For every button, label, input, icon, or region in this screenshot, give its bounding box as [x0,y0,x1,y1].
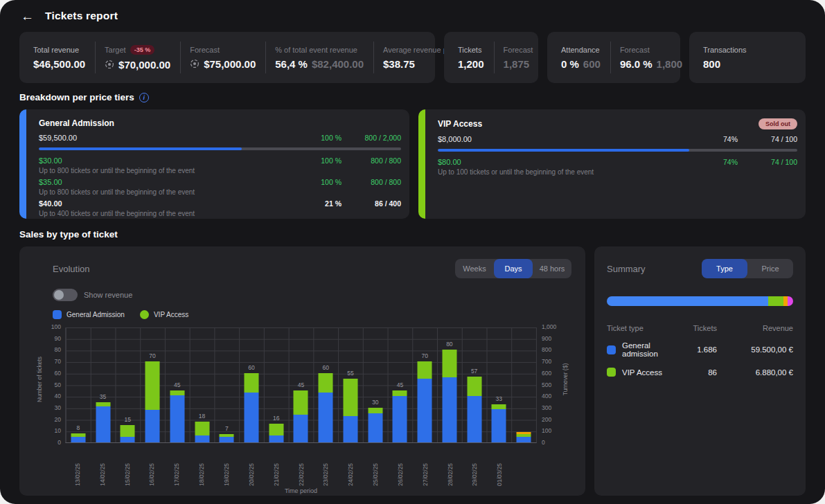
distribution-segment-other-2 [788,296,793,306]
bar-segment [319,393,333,442]
bar-segment [442,377,456,442]
header: ← Tickets report [0,0,825,32]
kpi-value: 1,200 [458,58,484,70]
y-tick-label: 100 [542,427,551,434]
tab-days[interactable]: Days [494,259,533,278]
bar-segment [121,437,135,442]
legend-swatch-green [140,310,149,319]
bar-value-label: 18 [190,413,215,420]
tier-total-count: 800 / 2,000 [341,134,401,142]
legend-swatch-blue [53,310,62,319]
sold-out-badge: Sold out [759,118,797,129]
tab-weeks[interactable]: Weeks [455,259,494,278]
revenue-kpi-card: Total revenue $46,500.00 Target -35 % $7… [19,32,435,83]
tab-price[interactable]: Price [747,259,793,278]
target-gauge-icon [105,60,114,69]
y-axis-title-text: Turnover ($) [562,355,569,404]
bar-value-label: 70 [412,352,437,359]
tier-progress-fill [39,147,242,150]
y-tick-label: 900 [542,335,551,342]
vip-access-card: VIP Access Sold out $8,000.00 74% 74 / 1… [418,109,806,219]
x-axis-label: 13/02/25 [65,443,90,486]
bar-segment [343,416,357,442]
y-tick-label: 50 [55,381,61,388]
bar-value-label: 8 [66,424,91,431]
kpi-value: 56,4 % $82,400.00 [275,58,364,70]
bar-value-label: 70 [140,352,165,359]
kpi-label: Total revenue [33,46,85,54]
bar-segment [442,350,456,377]
kpi-value: 96.0 % 1,800 [620,58,682,70]
x-axis-label: 29/02/25 [463,443,488,486]
bar-slot: 60 [239,328,264,442]
tier-price-row: $35.00100 %800 / 800Up to 800 tickets or… [39,178,401,196]
show-revenue-toggle[interactable] [53,289,78,301]
bar-slot: 70 [140,328,165,442]
arrow-left-icon: ← [21,9,34,24]
bar-slot: 16 [264,328,289,442]
summary-segmented-control: Type Price [702,259,793,278]
kpi-tickets: Tickets 1,200 [444,46,494,70]
x-axis-label: 28/02/25 [438,443,463,486]
bar-segment [418,361,432,379]
kpi-row: Total revenue $46,500.00 Target -35 % $7… [19,32,806,83]
kpi-value: $70,000.00 [105,59,170,71]
bar-slot: 55 [338,328,363,442]
tab-48-hours[interactable]: 48 hors [533,259,571,278]
bar-value-label: 57 [462,368,487,375]
y-axis-title-left: Number of tickets [35,327,44,494]
y-tick-label: 300 [542,404,551,411]
price-tiers-row: General Admission $59,500.00 100 % 800 /… [19,109,806,219]
summary-table: Ticket type Tickets Revenue General admi… [607,324,793,381]
bar-value-label: 55 [338,370,363,377]
bar-chart-plot: 8351570451876016456055304570805733 [65,327,537,443]
evolution-panel: Evolution Weeks Days 48 hors Show revenu… [19,246,585,496]
kpi-target: Target -35 % $70,000.00 [95,42,180,73]
bar-segment [269,424,283,435]
bar-slot: 18 [190,328,215,442]
target-delta-badge: -35 % [130,45,155,55]
x-axis-label: 16/02/25 [140,443,165,486]
y-tick-label: 20 [55,416,61,423]
tier-rows: $80.0074%74 / 100Up to 100 tickets or un… [438,158,797,176]
bar-segment [467,377,481,396]
forecast-pct: 96.0 % [620,58,653,70]
x-axis-label: 23/02/25 [313,443,338,486]
bar-chart: Number of tickets 0102030405060708090100… [35,327,571,494]
tier-progress-bar [438,149,797,152]
tab-type[interactable]: Type [702,259,747,278]
kpi-label: % of total event revenue [275,46,364,54]
back-button[interactable]: ← [21,10,34,23]
range-segmented-control: Weeks Days 48 hors [455,259,571,278]
x-axis-label: 15/02/25 [115,443,140,486]
info-icon[interactable]: i [139,93,149,102]
bar-segment [245,373,259,393]
bar-segment [71,437,85,442]
bar-slots: 8351570451876016456055304570805733 [66,328,536,442]
tickets-kpi-card: Tickets 1,200 Forecast 1,875 [444,32,538,83]
bar-slot: 30 [363,328,388,442]
legend-item-vip-access: VIP Access [140,310,188,319]
breakdown-section-title: Breakdown per price tiers i [19,92,806,102]
target-gauge-icon [190,59,199,69]
y-tick-label: 200 [542,416,551,423]
kpi-value: $46,500.00 [33,58,85,70]
bar-segment [145,410,160,442]
transactions-kpi-card: Transactions 800 [689,32,806,83]
forecast-value: 1,875 [504,58,530,70]
bar-slot: 80 [437,328,462,442]
x-axis-label: 21/02/25 [264,443,289,486]
tier-total-row: $59,500.00 100 % 800 / 2,000 [39,134,401,142]
y-tick-label: 70 [55,358,61,365]
chart-legend: General Admission VIP Access [53,310,571,319]
y-tick-label: 800 [542,346,551,353]
header-revenue: Revenue [717,324,793,332]
distribution-bar [607,296,793,306]
bar-segment [195,435,209,442]
show-revenue-toggle-row: Show revenue [53,289,571,301]
bar-slot: 45 [388,328,413,442]
target-value: $70,000.00 [118,59,170,71]
bar-slot: 33 [486,328,511,442]
tier-total-pct: 74% [695,135,738,143]
attendance-kpi-card: Attendance 0 % 600 Forecast 96.0 % 1,800 [547,32,680,83]
